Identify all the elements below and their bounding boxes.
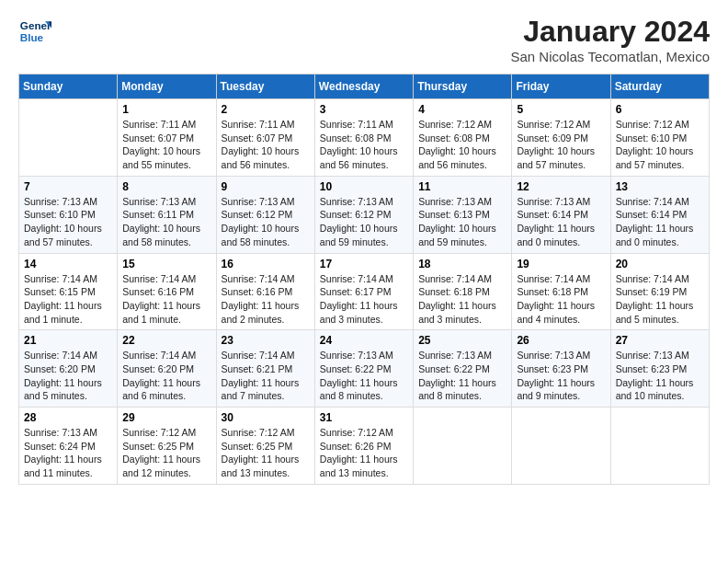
day-info: Sunrise: 7:13 AM Sunset: 6:22 PM Dayligh… <box>320 349 408 403</box>
calendar-cell: 27Sunrise: 7:13 AM Sunset: 6:23 PM Dayli… <box>610 330 709 408</box>
calendar-cell: 11Sunrise: 7:13 AM Sunset: 6:13 PM Dayli… <box>414 176 512 253</box>
title-block: January 2024 San Nicolas Tecomatlan, Mex… <box>511 15 711 64</box>
calendar-cell: 1Sunrise: 7:11 AM Sunset: 6:07 PM Daylig… <box>118 99 216 177</box>
calendar-week-row: 7Sunrise: 7:13 AM Sunset: 6:10 PM Daylig… <box>19 176 710 253</box>
day-number: 20 <box>616 258 704 270</box>
calendar-cell <box>512 408 610 485</box>
day-info: Sunrise: 7:13 AM Sunset: 6:22 PM Dayligh… <box>418 349 506 403</box>
calendar-cell: 31Sunrise: 7:12 AM Sunset: 6:26 PM Dayli… <box>314 408 413 485</box>
day-info: Sunrise: 7:13 AM Sunset: 6:13 PM Dayligh… <box>418 195 506 249</box>
calendar-cell: 12Sunrise: 7:13 AM Sunset: 6:14 PM Dayli… <box>512 176 610 253</box>
day-info: Sunrise: 7:11 AM Sunset: 6:07 PM Dayligh… <box>122 118 210 172</box>
logo-icon: General Blue <box>18 15 51 48</box>
day-info: Sunrise: 7:13 AM Sunset: 6:12 PM Dayligh… <box>320 195 408 249</box>
day-number: 7 <box>24 180 112 193</box>
calendar-cell: 4Sunrise: 7:12 AM Sunset: 6:08 PM Daylig… <box>414 99 512 177</box>
calendar-week-row: 1Sunrise: 7:11 AM Sunset: 6:07 PM Daylig… <box>19 99 710 177</box>
day-info: Sunrise: 7:14 AM Sunset: 6:14 PM Dayligh… <box>616 195 704 249</box>
calendar-cell: 13Sunrise: 7:14 AM Sunset: 6:14 PM Dayli… <box>610 176 709 253</box>
calendar-cell: 10Sunrise: 7:13 AM Sunset: 6:12 PM Dayli… <box>314 176 413 253</box>
day-number: 29 <box>122 411 210 424</box>
day-number: 13 <box>616 180 704 193</box>
calendar-cell <box>414 408 512 485</box>
calendar-cell: 20Sunrise: 7:14 AM Sunset: 6:19 PM Dayli… <box>610 253 709 330</box>
day-info: Sunrise: 7:12 AM Sunset: 6:25 PM Dayligh… <box>222 426 310 480</box>
day-info: Sunrise: 7:14 AM Sunset: 6:16 PM Dayligh… <box>222 272 310 327</box>
day-info: Sunrise: 7:13 AM Sunset: 6:23 PM Dayligh… <box>517 349 605 403</box>
calendar-cell: 15Sunrise: 7:14 AM Sunset: 6:16 PM Dayli… <box>118 253 216 330</box>
day-number: 30 <box>222 411 310 424</box>
calendar-cell: 26Sunrise: 7:13 AM Sunset: 6:23 PM Dayli… <box>512 330 610 408</box>
svg-text:General: General <box>20 19 51 31</box>
day-number: 9 <box>222 180 310 193</box>
day-number: 12 <box>517 180 605 193</box>
day-info: Sunrise: 7:12 AM Sunset: 6:26 PM Dayligh… <box>320 426 408 480</box>
day-number: 6 <box>616 103 704 116</box>
calendar-cell: 29Sunrise: 7:12 AM Sunset: 6:25 PM Dayli… <box>118 408 216 485</box>
calendar-cell: 21Sunrise: 7:14 AM Sunset: 6:20 PM Dayli… <box>19 330 118 408</box>
day-info: Sunrise: 7:14 AM Sunset: 6:21 PM Dayligh… <box>222 349 310 403</box>
day-number: 31 <box>320 411 408 424</box>
day-number: 10 <box>320 180 408 193</box>
calendar-cell: 8Sunrise: 7:13 AM Sunset: 6:11 PM Daylig… <box>118 176 216 253</box>
day-number: 24 <box>320 334 408 347</box>
day-number: 8 <box>122 180 210 193</box>
calendar-cell: 17Sunrise: 7:14 AM Sunset: 6:17 PM Dayli… <box>314 253 413 330</box>
calendar-cell: 7Sunrise: 7:13 AM Sunset: 6:10 PM Daylig… <box>19 176 118 253</box>
page-header: General Blue January 2024 San Nicolas Te… <box>18 15 710 64</box>
day-info: Sunrise: 7:12 AM Sunset: 6:09 PM Dayligh… <box>517 118 605 172</box>
calendar-week-row: 28Sunrise: 7:13 AM Sunset: 6:24 PM Dayli… <box>19 408 710 485</box>
day-info: Sunrise: 7:13 AM Sunset: 6:24 PM Dayligh… <box>24 426 112 480</box>
day-number: 19 <box>517 258 605 270</box>
calendar-cell: 30Sunrise: 7:12 AM Sunset: 6:25 PM Dayli… <box>216 408 314 485</box>
calendar-cell: 5Sunrise: 7:12 AM Sunset: 6:09 PM Daylig… <box>512 99 610 177</box>
calendar-cell: 22Sunrise: 7:14 AM Sunset: 6:20 PM Dayli… <box>118 330 216 408</box>
day-info: Sunrise: 7:13 AM Sunset: 6:14 PM Dayligh… <box>517 195 605 249</box>
svg-text:Blue: Blue <box>20 31 44 43</box>
day-info: Sunrise: 7:14 AM Sunset: 6:16 PM Dayligh… <box>122 272 210 327</box>
calendar-week-row: 14Sunrise: 7:14 AM Sunset: 6:15 PM Dayli… <box>19 253 710 330</box>
month-title: January 2024 <box>511 15 711 49</box>
calendar-cell <box>19 99 118 177</box>
day-info: Sunrise: 7:13 AM Sunset: 6:10 PM Dayligh… <box>24 195 112 249</box>
day-number: 11 <box>418 180 506 193</box>
day-of-week-header: Sunday <box>19 75 118 99</box>
calendar-cell: 14Sunrise: 7:14 AM Sunset: 6:15 PM Dayli… <box>19 253 118 330</box>
calendar-cell: 6Sunrise: 7:12 AM Sunset: 6:10 PM Daylig… <box>610 99 709 177</box>
calendar-cell <box>610 408 709 485</box>
calendar-cell: 3Sunrise: 7:11 AM Sunset: 6:08 PM Daylig… <box>314 99 413 177</box>
day-of-week-header: Friday <box>512 75 610 99</box>
calendar-cell: 28Sunrise: 7:13 AM Sunset: 6:24 PM Dayli… <box>19 408 118 485</box>
day-number: 15 <box>122 258 210 270</box>
day-number: 2 <box>222 103 310 116</box>
day-number: 3 <box>320 103 408 116</box>
day-of-week-header: Thursday <box>414 75 512 99</box>
day-number: 23 <box>222 334 310 347</box>
calendar-header: SundayMondayTuesdayWednesdayThursdayFrid… <box>19 75 710 99</box>
day-number: 14 <box>24 258 112 270</box>
calendar-week-row: 21Sunrise: 7:14 AM Sunset: 6:20 PM Dayli… <box>19 330 710 408</box>
day-info: Sunrise: 7:12 AM Sunset: 6:10 PM Dayligh… <box>616 118 704 172</box>
day-of-week-header: Wednesday <box>314 75 413 99</box>
day-number: 18 <box>418 258 506 270</box>
day-info: Sunrise: 7:13 AM Sunset: 6:23 PM Dayligh… <box>616 349 704 403</box>
day-info: Sunrise: 7:14 AM Sunset: 6:18 PM Dayligh… <box>418 272 506 327</box>
calendar-cell: 24Sunrise: 7:13 AM Sunset: 6:22 PM Dayli… <box>314 330 413 408</box>
calendar-cell: 16Sunrise: 7:14 AM Sunset: 6:16 PM Dayli… <box>216 253 314 330</box>
day-number: 25 <box>418 334 506 347</box>
day-number: 5 <box>517 103 605 116</box>
day-info: Sunrise: 7:14 AM Sunset: 6:18 PM Dayligh… <box>517 272 605 327</box>
day-info: Sunrise: 7:12 AM Sunset: 6:08 PM Dayligh… <box>418 118 506 172</box>
day-info: Sunrise: 7:14 AM Sunset: 6:20 PM Dayligh… <box>24 349 112 403</box>
location: San Nicolas Tecomatlan, Mexico <box>511 49 711 64</box>
day-info: Sunrise: 7:12 AM Sunset: 6:25 PM Dayligh… <box>122 426 210 480</box>
day-number: 26 <box>517 334 605 347</box>
day-of-week-header: Saturday <box>610 75 709 99</box>
day-of-week-header: Tuesday <box>216 75 314 99</box>
day-number: 22 <box>122 334 210 347</box>
day-info: Sunrise: 7:14 AM Sunset: 6:19 PM Dayligh… <box>616 272 704 327</box>
day-info: Sunrise: 7:11 AM Sunset: 6:07 PM Dayligh… <box>222 118 310 172</box>
day-number: 21 <box>24 334 112 347</box>
calendar-cell: 19Sunrise: 7:14 AM Sunset: 6:18 PM Dayli… <box>512 253 610 330</box>
day-info: Sunrise: 7:14 AM Sunset: 6:17 PM Dayligh… <box>320 272 408 327</box>
